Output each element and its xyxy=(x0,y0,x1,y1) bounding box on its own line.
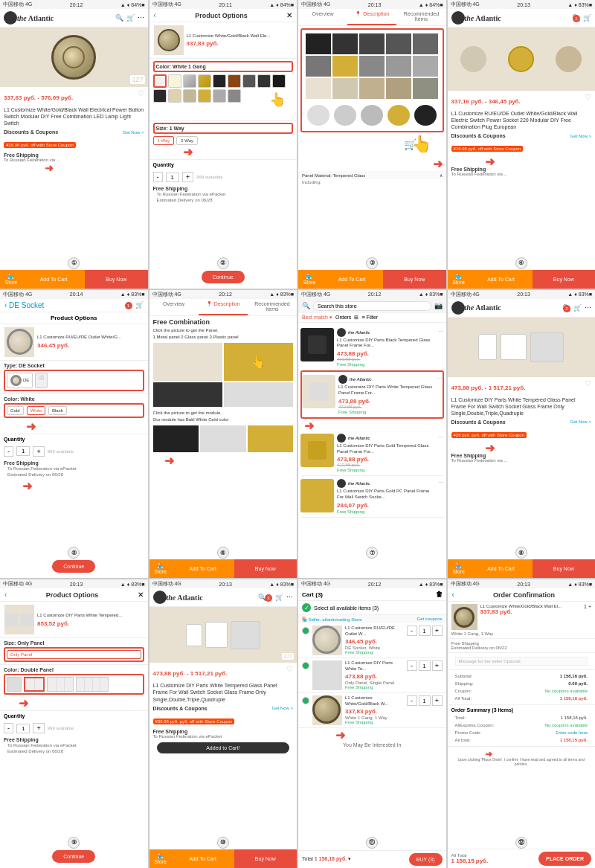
thumb-3-7[interactable] xyxy=(332,56,358,77)
add-to-cart-button-10[interactable]: Add To Cart xyxy=(172,849,234,868)
store-button-6[interactable]: 🏪Store xyxy=(149,559,172,578)
color-swatch-cream-2[interactable] xyxy=(168,74,181,88)
panel-triple-9[interactable] xyxy=(47,677,74,692)
store-button-10[interactable]: 🏪Store xyxy=(149,849,172,868)
color-swatch-silver-2[interactable] xyxy=(183,74,196,88)
heart-icon-1[interactable]: ♡ xyxy=(138,89,144,97)
back-button-5[interactable]: ‹ DE Socket xyxy=(4,301,44,309)
color-white-5[interactable]: White xyxy=(27,406,45,415)
more-icon-7-1[interactable]: ⋯ xyxy=(438,328,444,367)
thumb-3-12[interactable] xyxy=(332,78,358,99)
thumb-3-17[interactable] xyxy=(334,105,356,126)
close-icon-9[interactable]: ✕ xyxy=(138,591,144,599)
add-to-cart-button-8[interactable]: Add To Cart xyxy=(470,559,533,578)
thumb-3-5[interactable] xyxy=(413,33,438,54)
qty-minus-2[interactable]: - xyxy=(153,172,163,182)
thumb-3-19[interactable] xyxy=(387,105,410,126)
tab-description-3[interactable]: 📍 Description xyxy=(347,9,396,25)
store-button-8[interactable]: 🏪Store xyxy=(448,559,470,578)
heart-icon-10[interactable]: ♡ xyxy=(286,665,293,673)
color-swatch-white-2[interactable] xyxy=(153,74,167,88)
size-opt-2way-2[interactable]: 2 Way xyxy=(176,136,198,145)
thumb-3-14[interactable] xyxy=(386,78,411,99)
thumb-3-8[interactable] xyxy=(359,56,385,77)
cart-icon-8[interactable]: 🛒2 xyxy=(573,304,582,312)
module-white-6[interactable] xyxy=(200,425,246,452)
panel-cream-6[interactable] xyxy=(153,343,222,382)
cart-qty-minus-11-2[interactable]: - xyxy=(407,660,417,671)
menu-icon-10[interactable]: ⋯ xyxy=(286,594,293,601)
get-now-8[interactable]: Get Now > xyxy=(570,419,591,424)
module-gold-6[interactable] xyxy=(248,425,294,452)
cart-icon-5[interactable]: 🛒1 xyxy=(135,301,144,309)
tab-overview-3[interactable]: Overview xyxy=(298,9,347,25)
buy-button-11[interactable]: BUY (3) xyxy=(409,853,443,866)
thumb-3-3[interactable] xyxy=(359,33,385,54)
panel-quad-9[interactable] xyxy=(76,677,109,692)
close-icon-2[interactable]: ✕ xyxy=(286,11,292,19)
tab-overview-6[interactable]: Overview xyxy=(149,299,199,315)
pli-img-7-3[interactable] xyxy=(300,434,334,467)
menu-icon-1[interactable]: ⋯ xyxy=(138,14,144,22)
buy-now-button-1[interactable]: Buy Now xyxy=(85,270,147,289)
thumb-3-9[interactable] xyxy=(386,56,411,77)
cart-qty-minus-11-1[interactable]: - xyxy=(407,626,417,636)
thumb-3-4[interactable] xyxy=(386,33,411,54)
qty-plus-5[interactable]: + xyxy=(33,446,44,457)
heart-icon-8[interactable]: ♡ xyxy=(585,379,591,388)
message-input-12[interactable]: Message for the seller Optional xyxy=(455,657,588,666)
size-opt-1way-2[interactable]: 1 Way xyxy=(153,136,175,145)
add-to-cart-button-4[interactable]: Add To Cart xyxy=(470,270,533,289)
orders-label-7[interactable]: Orders xyxy=(335,315,351,320)
continue-button-5[interactable]: Continue xyxy=(52,560,95,573)
cart-qty-plus-11-2[interactable]: + xyxy=(432,660,443,671)
thumb-3-11[interactable] xyxy=(306,78,331,99)
continue-button-9[interactable]: Continue xyxy=(52,850,95,863)
filter-icon-7[interactable]: ≡ Filter xyxy=(361,315,378,320)
place-order-button-12[interactable]: PLACE ORDER xyxy=(538,852,591,866)
get-now-4[interactable]: Get Now > xyxy=(570,134,591,138)
color-swatch-gray-2[interactable] xyxy=(213,89,226,103)
cart-icon-10[interactable]: 🛒3 xyxy=(275,594,283,601)
more-icon-7-4[interactable]: ⋯ xyxy=(438,479,444,514)
atlantic-logo-4[interactable]: the Atlantic xyxy=(465,14,501,22)
color-swatch-darkgray-2[interactable] xyxy=(242,74,256,88)
qty-plus-9[interactable]: + xyxy=(33,723,44,733)
tab-description-6[interactable]: 📍 Description xyxy=(199,299,248,315)
thumb-3-2[interactable] xyxy=(332,33,358,54)
back-button-12[interactable]: ‹ xyxy=(452,591,454,599)
qty-minus-5[interactable]: - xyxy=(4,446,13,457)
get-now-1[interactable]: Get Now > xyxy=(123,130,144,135)
qty-minus-9[interactable]: - xyxy=(4,723,13,733)
color-swatch-beige-2[interactable] xyxy=(168,89,181,103)
back-button-9[interactable]: ‹ xyxy=(4,591,7,599)
atlantic-logo-8[interactable]: the Atlantic xyxy=(465,303,501,312)
thumb-3-16[interactable] xyxy=(307,105,329,126)
color-swatch-black2-2[interactable] xyxy=(272,74,286,88)
thumb-3-10[interactable] xyxy=(413,56,438,77)
color-swatch-gold2-2[interactable] xyxy=(198,89,211,103)
size-only-panel-9[interactable]: Only Panel xyxy=(7,650,141,659)
buy-now-button-3[interactable]: Buy Now xyxy=(383,270,446,289)
promo-value-12[interactable]: Enter code here xyxy=(556,730,588,735)
pli-img-7-4[interactable] xyxy=(300,479,334,512)
thumb-3-15[interactable] xyxy=(413,78,438,99)
panel-gold-6[interactable]: 👆 xyxy=(224,343,293,382)
color-swatch-charcoal-2[interactable] xyxy=(257,74,271,88)
store-button-4[interactable]: 🏪Store xyxy=(448,270,470,289)
buy-now-button-4[interactable]: Buy Now xyxy=(533,270,595,289)
panel-double-9[interactable] xyxy=(24,677,45,692)
cart-checkbox-11-3[interactable] xyxy=(302,697,309,704)
color-swatch-darkgray2-2[interactable] xyxy=(228,89,241,103)
color-swatch-brown-2[interactable] xyxy=(228,74,241,88)
more-icon-7-3[interactable]: ⋯ xyxy=(438,434,444,473)
heart-icon-4[interactable]: ♡ xyxy=(585,93,591,101)
continue-button-2[interactable]: Continue xyxy=(202,271,245,283)
cart-qty-minus-11-3[interactable]: - xyxy=(407,695,417,706)
panel-white-6[interactable] xyxy=(224,382,293,407)
color-swatch-black-2[interactable] xyxy=(213,74,226,88)
thumb-3-6[interactable] xyxy=(306,56,331,77)
module-black-6[interactable] xyxy=(153,425,199,452)
get-now-10[interactable]: Get Now > xyxy=(271,706,293,710)
buy-now-button-6[interactable]: Buy Now xyxy=(234,559,297,578)
